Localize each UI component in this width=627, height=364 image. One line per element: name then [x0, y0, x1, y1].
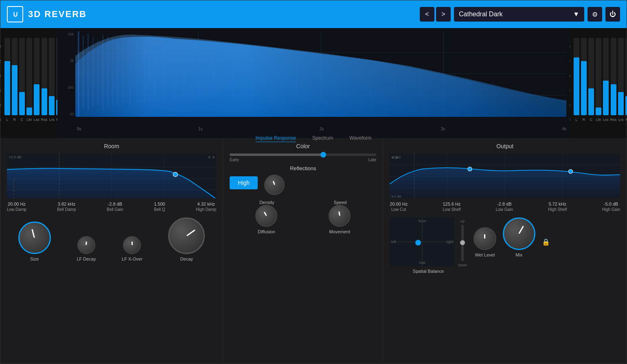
svg-rect-29	[321, 64, 322, 99]
size-knob[interactable]	[18, 221, 51, 254]
slider-thumb[interactable]	[320, 152, 326, 158]
svg-rect-37	[517, 86, 518, 101]
movement-knob-item: Movement	[329, 205, 351, 234]
svg-rect-15	[122, 43, 123, 103]
reflections-label: Reflections	[230, 165, 376, 171]
meter-channel-Lss: Lss	[34, 38, 39, 122]
meter-out-C: C	[588, 38, 594, 122]
meter-out-Rss: Rss	[610, 38, 617, 122]
next-preset-button[interactable]: >	[436, 7, 451, 22]
room-knobs-row: Size LF Decay LF X-Over	[7, 217, 216, 261]
mix-knob-item: Mix	[503, 217, 535, 257]
color-section: Color Early Late Reflections High	[223, 138, 383, 364]
tab-impulse-response[interactable]: Impulse Response	[256, 135, 296, 142]
meter-out-Lfe: Lfe	[596, 38, 601, 122]
decay-knob[interactable]	[168, 217, 205, 254]
movement-knob[interactable]	[329, 205, 351, 227]
param-bell-q: 1.500 Bell Q	[154, 202, 165, 212]
meter-channel-L: L	[4, 38, 10, 122]
svg-rect-10	[97, 39, 98, 105]
up-label: up	[460, 219, 465, 223]
output-bottom: front rear left right	[390, 217, 620, 274]
meter-left-scale: 0 -12 -24 -36 -48 -60	[0, 44, 1, 122]
meter-out-Rrs: Rrs	[625, 38, 627, 122]
power-button[interactable]: ⏻	[605, 7, 620, 22]
slider-fill	[230, 153, 325, 156]
wet-level-label: Wet Level	[475, 252, 495, 257]
plugin-title: 3D REVERB	[28, 9, 87, 20]
room-eq-svg: -9.0 dB	[7, 153, 216, 198]
diffusion-label: Diffusion	[258, 229, 275, 234]
preset-selector[interactable]: Cathedral Dark ▼	[454, 7, 584, 22]
meter-channel-Rss: Rss	[41, 38, 48, 122]
lf-xover-knob[interactable]	[123, 236, 141, 254]
svg-rect-16	[129, 42, 130, 105]
meter-channel-Lrs: Lrs	[49, 38, 55, 122]
lf-decay-knob-item: LF Decay	[77, 236, 96, 261]
settings-button[interactable]: ⚙	[588, 7, 602, 22]
svg-rect-38	[542, 92, 543, 103]
plugin-container: ∪ 3D REVERB < > Cathedral Dark ▼ ⚙ ⏻	[0, 0, 627, 364]
output-eq-display[interactable]: +18.0 < >	[390, 153, 620, 198]
param-low-damp: 20.00 Hz Low Damp	[7, 202, 26, 212]
header-nav-group: < >	[420, 7, 451, 22]
room-eq-display[interactable]: +2.0 dB < >	[7, 153, 216, 198]
meter-channel-Lfe: Lfe	[26, 38, 32, 122]
reflections-slider[interactable]: Early Late	[230, 153, 376, 162]
tab-waveform[interactable]: Waveform	[349, 135, 371, 142]
output-meters: 0 -12 -24 -36 -48 -60 L R	[570, 28, 627, 138]
svg-rect-23	[198, 52, 199, 100]
color-speed-knob[interactable]	[264, 175, 285, 195]
size-knob-item: Size	[18, 221, 51, 261]
vertical-slider-track[interactable]	[461, 225, 464, 261]
svg-rect-26	[252, 58, 253, 99]
speed-label-text: Speed	[334, 200, 347, 205]
svg-rect-27	[272, 60, 272, 99]
svg-rect-31	[370, 68, 371, 99]
svg-rect-6	[78, 31, 79, 117]
lock-icon[interactable]: 🔒	[542, 238, 550, 246]
meter-out-L: L	[574, 38, 579, 122]
param-low-cut: 20.00 Hz Low Cut	[390, 202, 408, 212]
spatial-pad[interactable]: front rear left right	[390, 217, 455, 266]
spatial-balance-area: front rear left right	[390, 217, 467, 274]
lf-xover-label: LF X-Over	[122, 257, 142, 261]
gear-icon: ⚙	[592, 11, 598, 18]
prev-preset-button[interactable]: <	[420, 7, 434, 22]
mix-knob[interactable]	[503, 217, 535, 250]
param-low-shelf: 125.6 Hz Low Shelf	[443, 202, 461, 212]
svg-rect-21	[173, 48, 174, 101]
lf-decay-knob[interactable]	[77, 236, 95, 254]
density-speed-labels: Density Speed	[230, 200, 376, 205]
vertical-slider-thumb[interactable]	[460, 240, 465, 245]
tab-spectrum[interactable]: Spectrum	[312, 135, 333, 142]
logo-box: ∪	[7, 6, 23, 22]
svg-rect-36	[493, 82, 493, 99]
logo-symbol: ∪	[13, 10, 18, 19]
high-button[interactable]: High	[230, 176, 258, 189]
up-down-slider-area: up down	[458, 217, 467, 267]
slider-track[interactable]	[230, 153, 376, 156]
spatial-inner: front rear left right	[390, 217, 467, 267]
room-section: Room +2.0 dB < >	[0, 138, 223, 364]
color-speed-knob-item	[264, 175, 285, 195]
wet-level-knob[interactable]	[474, 227, 496, 250]
svg-rect-24	[213, 54, 214, 99]
output-eq-params: 20.00 Hz Low Cut 125.6 Hz Low Shelf -2.8…	[390, 202, 620, 212]
svg-rect-11	[102, 35, 103, 110]
slider-labels: Early Late	[230, 158, 376, 162]
room-eq-params: 20.00 Hz Low Damp 3.82 kHz Bell Damp -2.…	[7, 202, 216, 212]
svg-rect-32	[395, 70, 395, 99]
wet-level-knob-item: Wet Level	[474, 227, 496, 257]
diffusion-knob[interactable]	[255, 205, 277, 227]
svg-rect-17	[137, 44, 138, 104]
mix-label: Mix	[515, 252, 522, 257]
svg-rect-13	[112, 39, 113, 106]
svg-rect-34	[444, 75, 445, 99]
param-high-shelf: 5.72 kHz High Shelf	[548, 202, 567, 212]
preset-name: Cathedral Dark	[459, 11, 503, 18]
param-bell-damp: 3.82 kHz Bell Damp	[57, 202, 76, 212]
svg-rect-35	[468, 78, 469, 99]
svg-point-60	[415, 240, 421, 246]
spatial-balance-label: Spatial Balance	[390, 269, 467, 274]
